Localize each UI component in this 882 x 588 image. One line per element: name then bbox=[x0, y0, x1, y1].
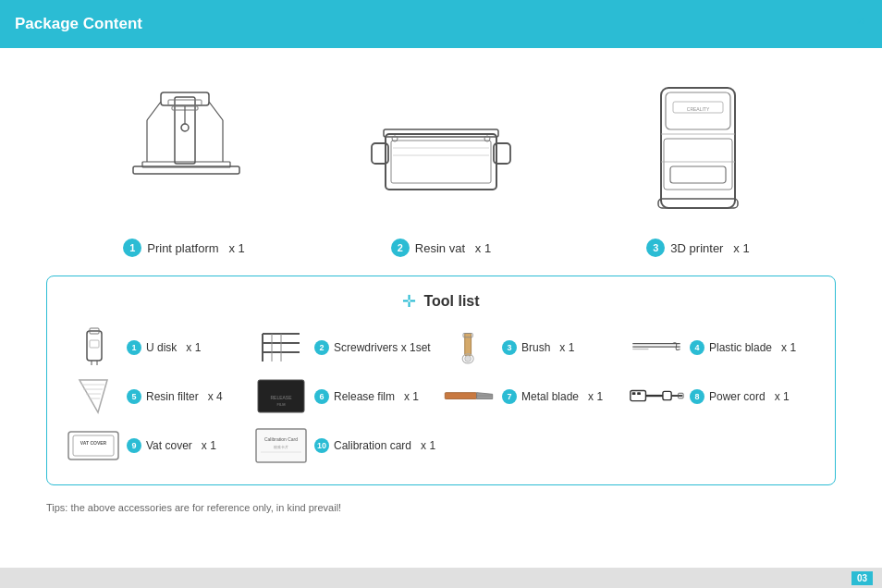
tool-header: ✛ Tool list bbox=[66, 291, 816, 312]
footer-tips: Tips: the above accessories are for refe… bbox=[0, 495, 882, 521]
svg-rect-61 bbox=[637, 392, 641, 395]
arrow-decoration: ›› bbox=[857, 13, 865, 28]
item-number-2: 2 bbox=[391, 239, 410, 257]
svg-rect-63 bbox=[663, 391, 671, 399]
item-number-t8: 8 bbox=[690, 389, 704, 404]
release-film-image: RELEASE FILM bbox=[253, 375, 309, 417]
svg-rect-30 bbox=[87, 331, 102, 361]
tool-item-8-info: 8 Power cord x 1 bbox=[690, 389, 790, 404]
main-item-2-label: 2 Resin vat x 1 bbox=[391, 239, 491, 257]
svg-rect-41 bbox=[465, 334, 472, 356]
main-items-section: 1 Print platform x 1 bbox=[0, 48, 882, 266]
tool-item-9-info: 9 Vat cover x 1 bbox=[127, 438, 216, 453]
vat-cover-image: VAT COVER bbox=[66, 424, 121, 466]
item-number-t10: 10 bbox=[314, 438, 329, 453]
tool-item-1-info: 1 U disk x 1 bbox=[127, 340, 201, 355]
tool-row-3: VAT COVER 9 Vat cover x 1 Calibration Ca… bbox=[66, 424, 816, 466]
item-label-t10: Calibration card x 1 bbox=[334, 439, 435, 452]
main-item-2: 2 Resin vat x 1 bbox=[339, 67, 543, 257]
main-item-3: CREALITY 3 3D printer x 1 bbox=[596, 67, 800, 257]
item-number-t2: 2 bbox=[314, 340, 329, 355]
tool-item-u-disk: 1 U disk x 1 bbox=[66, 326, 253, 368]
svg-rect-27 bbox=[658, 199, 738, 208]
svg-rect-59 bbox=[631, 391, 646, 401]
item-number-t4: 4 bbox=[690, 340, 704, 355]
item-label-2: Resin vat x 1 bbox=[415, 241, 491, 255]
tool-header-text: Tool list bbox=[423, 293, 479, 310]
tool-item-7-info: 7 Metal blade x 1 bbox=[502, 389, 603, 404]
main-item-3-label: 3 3D printer x 1 bbox=[646, 239, 749, 257]
tool-item-calibration-card: Calibration Card 校准卡片 10 Calibration car… bbox=[253, 424, 441, 466]
tool-icon: ✛ bbox=[402, 291, 416, 312]
tool-item-6-info: 6 Release film x 1 bbox=[314, 389, 419, 404]
svg-rect-13 bbox=[391, 141, 491, 183]
tool-item-vat-cover: VAT COVER 9 Vat cover x 1 bbox=[66, 424, 253, 466]
tool-rows: 1 U disk x 1 bbox=[66, 326, 816, 466]
item-number-t5: 5 bbox=[127, 389, 141, 404]
item-number-t3: 3 bbox=[502, 340, 517, 355]
item-label-1: Print platform x 1 bbox=[147, 241, 244, 255]
screwdrivers-image bbox=[253, 326, 309, 368]
tool-item-release-film: RELEASE FILM 6 Release film x 1 bbox=[253, 375, 441, 417]
resin-filter-image bbox=[66, 375, 121, 417]
svg-rect-56 bbox=[445, 393, 476, 399]
tool-item-power-cord: 8 Power cord x 1 bbox=[629, 375, 816, 417]
bottom-bar: 03 bbox=[0, 568, 882, 588]
tool-row-1: 1 U disk x 1 bbox=[66, 326, 816, 368]
svg-line-8 bbox=[147, 102, 161, 120]
section-title: Package Content bbox=[15, 15, 142, 33]
u-disk-image bbox=[66, 326, 121, 368]
item-number-t9: 9 bbox=[127, 438, 141, 453]
svg-text:FILM: FILM bbox=[276, 402, 285, 407]
resin-vat-image bbox=[367, 67, 515, 224]
svg-text:校准卡片: 校准卡片 bbox=[273, 445, 288, 449]
tool-section: ✛ Tool list bbox=[46, 276, 836, 485]
tool-item-4-info: 4 Plastic blade x 1 bbox=[690, 340, 796, 355]
power-cord-image bbox=[629, 375, 684, 417]
svg-rect-4 bbox=[168, 100, 202, 105]
tool-item-brush: 3 Brush x 1 bbox=[441, 326, 629, 368]
item-label-t5: Resin filter x 4 bbox=[146, 390, 223, 403]
tool-row-2: 5 Resin filter x 4 RELEASE FILM bbox=[66, 375, 816, 417]
plastic-blade-image bbox=[629, 326, 684, 368]
main-item-1-label: 1 Print platform x 1 bbox=[123, 239, 244, 257]
svg-line-10 bbox=[209, 102, 223, 120]
item-number-t7: 7 bbox=[502, 389, 517, 404]
page-number: 03 bbox=[851, 571, 873, 585]
tips-text: Tips: the above accessories are for refe… bbox=[46, 502, 341, 513]
svg-rect-26 bbox=[670, 166, 726, 183]
svg-rect-25 bbox=[664, 139, 732, 190]
item-label-t7: Metal blade x 1 bbox=[521, 390, 603, 403]
svg-rect-67 bbox=[73, 435, 114, 456]
svg-rect-60 bbox=[632, 392, 636, 395]
brush-image bbox=[441, 326, 496, 368]
calibration-card-image: Calibration Card 校准卡片 bbox=[253, 424, 309, 466]
item-number-1: 1 bbox=[123, 239, 141, 257]
tool-item-plastic-blade: 4 Plastic blade x 1 bbox=[629, 326, 816, 368]
item-label-t1: U disk x 1 bbox=[146, 341, 201, 354]
svg-rect-12 bbox=[386, 134, 496, 190]
print-platform-image bbox=[115, 67, 253, 224]
item-label-t8: Power cord x 1 bbox=[709, 390, 790, 403]
svg-rect-32 bbox=[90, 340, 99, 348]
tool-item-2-info: 2 Screwdrivers x 1set bbox=[314, 340, 431, 355]
3d-printer-image: CREALITY bbox=[638, 67, 758, 224]
svg-text:Calibration Card: Calibration Card bbox=[264, 436, 298, 442]
svg-text:CREALITY: CREALITY bbox=[687, 106, 710, 112]
svg-text:RELEASE: RELEASE bbox=[270, 395, 292, 400]
svg-point-6 bbox=[181, 124, 189, 131]
item-label-t9: Vat cover x 1 bbox=[146, 439, 216, 452]
tool-item-metal-blade: 7 Metal blade x 1 bbox=[441, 375, 629, 417]
item-number-t6: 6 bbox=[314, 389, 329, 404]
tool-item-screwdrivers: 2 Screwdrivers x 1set bbox=[253, 326, 441, 368]
item-label-t3: Brush x 1 bbox=[521, 341, 574, 354]
tool-item-5-info: 5 Resin filter x 4 bbox=[127, 389, 223, 404]
tool-item-3-info: 3 Brush x 1 bbox=[502, 340, 574, 355]
metal-blade-image bbox=[441, 375, 496, 417]
item-label-t4: Plastic blade x 1 bbox=[709, 341, 796, 354]
main-item-1: 1 Print platform x 1 bbox=[82, 67, 286, 257]
item-number-t1: 1 bbox=[127, 340, 141, 355]
item-number-3: 3 bbox=[646, 239, 665, 257]
section-header: Package Content ›› bbox=[0, 0, 882, 48]
tool-item-10-info: 10 Calibration card x 1 bbox=[314, 438, 435, 453]
